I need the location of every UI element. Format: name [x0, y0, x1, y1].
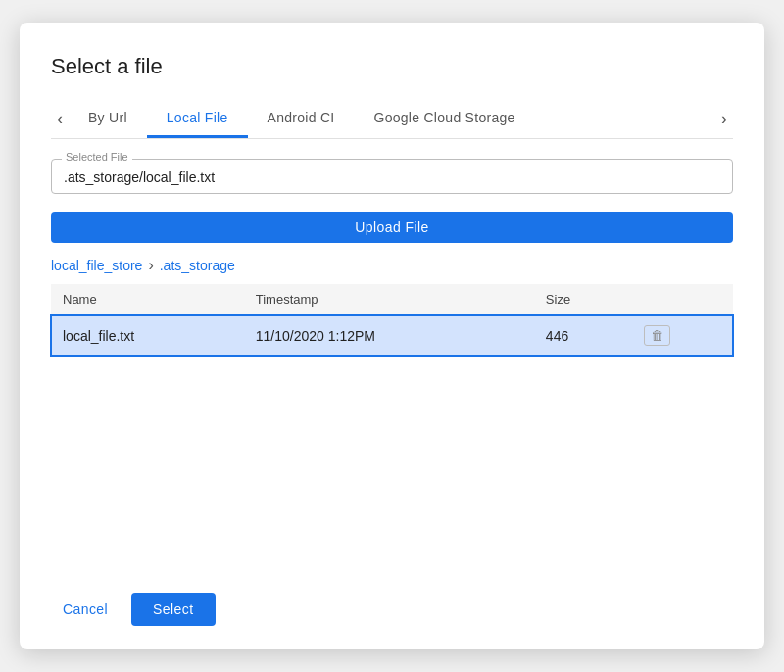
col-size: Size — [534, 284, 632, 315]
col-actions — [632, 284, 733, 315]
tabs-right-arrow[interactable]: › — [715, 99, 733, 138]
tabs-left-arrow[interactable]: ‹ — [51, 99, 69, 138]
tab-by-url[interactable]: By Url — [69, 100, 147, 138]
breadcrumb-separator: › — [148, 257, 153, 274]
select-file-dialog: Select a file ‹ By Url Local File Androi… — [20, 23, 764, 649]
selected-file-label: Selected File — [62, 151, 132, 163]
file-timestamp: 11/10/2020 1:12PM — [244, 315, 534, 357]
file-name: local_file.txt — [51, 315, 244, 357]
table-body: local_file.txt 11/10/2020 1:12PM 446 🗑 — [51, 315, 733, 357]
file-size: 446 — [534, 315, 632, 357]
selected-file-field: Selected File .ats_storage/local_file.tx… — [51, 159, 733, 194]
delete-icon: 🗑 — [651, 328, 663, 343]
breadcrumb-current[interactable]: .ats_storage — [160, 258, 235, 273]
delete-file-button[interactable]: 🗑 — [644, 325, 670, 346]
select-button[interactable]: Select — [131, 593, 215, 626]
tabs-container: By Url Local File Android CI Google Clou… — [69, 100, 715, 138]
tabs-row: ‹ By Url Local File Android CI Google Cl… — [51, 99, 733, 139]
table-header: Name Timestamp Size — [51, 284, 733, 315]
breadcrumb: local_file_store › .ats_storage — [51, 257, 733, 274]
tab-google-cloud-storage[interactable]: Google Cloud Storage — [354, 100, 534, 138]
table-row[interactable]: local_file.txt 11/10/2020 1:12PM 446 🗑 — [51, 315, 733, 357]
tab-local-file[interactable]: Local File — [147, 100, 248, 138]
dialog-title: Select a file — [51, 54, 733, 79]
cancel-button[interactable]: Cancel — [51, 594, 120, 625]
file-actions: 🗑 — [632, 315, 733, 357]
breadcrumb-root[interactable]: local_file_store — [51, 258, 142, 273]
selected-file-value: .ats_storage/local_file.txt — [64, 168, 720, 185]
dialog-footer: Cancel Select — [51, 577, 733, 626]
file-table: Name Timestamp Size local_file.txt 11/10… — [51, 284, 733, 356]
tab-android-ci[interactable]: Android CI — [248, 100, 355, 138]
col-timestamp: Timestamp — [244, 284, 534, 315]
col-name: Name — [51, 284, 244, 315]
upload-file-button[interactable]: Upload File — [51, 212, 733, 243]
